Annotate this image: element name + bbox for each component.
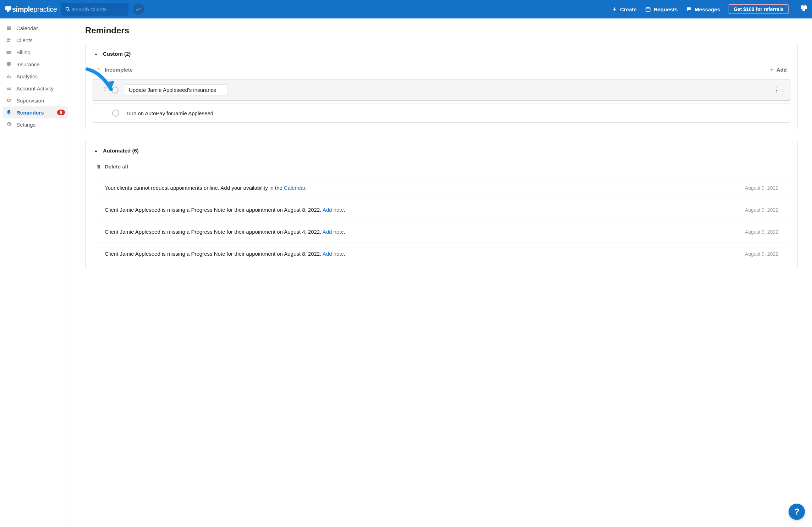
svg-rect-9: [7, 26, 11, 27]
automated-date: August 9, 2022: [745, 185, 778, 191]
automated-text: Client Jamie Appleseed is missing a Prog…: [105, 207, 736, 213]
analytics-button[interactable]: [133, 4, 144, 15]
butterfly-icon: [4, 5, 12, 13]
question-icon: ?: [794, 507, 800, 517]
create-button[interactable]: Create: [612, 6, 637, 12]
custom-panel: ▲ Custom (2) Incomplete Add: [85, 44, 798, 130]
trend-icon: [136, 6, 141, 12]
card-icon: [6, 49, 12, 55]
automated-text: Client Jamie Appleseed is missing a Prog…: [105, 229, 736, 235]
sidebar-label: Account Activity: [16, 85, 54, 91]
butterfly-menu[interactable]: [800, 5, 808, 14]
sidebar-badge: 8: [57, 110, 65, 115]
sidebar: Calendar Clients Billing Insurance Analy…: [0, 18, 71, 527]
calendar-link[interactable]: Calendar: [284, 185, 305, 191]
sidebar-label: Settings: [16, 122, 35, 128]
messages-label: Messages: [695, 6, 720, 12]
requests-label: Requests: [654, 6, 678, 12]
sidebar-item-clients[interactable]: Clients: [3, 34, 68, 46]
sidebar-item-insurance[interactable]: Insurance: [3, 58, 68, 70]
sidebar-label: Insurance: [16, 61, 40, 67]
calendar-icon: [6, 25, 12, 31]
gear-icon: [6, 121, 12, 128]
shield-icon: [6, 61, 12, 67]
delete-all-label: Delete all: [105, 163, 128, 170]
help-button[interactable]: ?: [789, 504, 805, 520]
filter-icon: [96, 67, 101, 72]
logo-text: simplepractice: [12, 5, 57, 13]
add-label: Add: [777, 67, 787, 73]
sidebar-label: Supervision: [16, 98, 44, 104]
chat-icon: [686, 6, 692, 12]
main-content: Reminders ▲ Custom (2) Incomplete Add: [71, 18, 812, 527]
custom-panel-header[interactable]: ▲ Custom (2): [86, 44, 797, 63]
svg-point-11: [9, 39, 11, 40]
requests-button[interactable]: Requests: [645, 6, 678, 12]
automated-date: August 9, 2022: [745, 229, 778, 235]
sidebar-label: Reminders: [16, 110, 44, 116]
messages-button[interactable]: Messages: [686, 6, 720, 12]
add-note-link[interactable]: Add note: [323, 229, 344, 235]
svg-line-1: [68, 10, 70, 11]
calendar-icon: [645, 6, 651, 12]
reminder-text: Turn on AutoPay forJamie Appleseed: [126, 110, 213, 116]
sidebar-item-supervision[interactable]: Supervision: [3, 94, 68, 106]
top-header: simplepractice Create Requests Messages …: [0, 0, 812, 18]
sidebar-item-settings[interactable]: Settings: [3, 118, 68, 131]
automated-row: Your clients cannot request appointments…: [94, 177, 789, 199]
sidebar-item-account-activity[interactable]: Account Activity: [3, 82, 68, 94]
complete-checkbox[interactable]: [111, 87, 119, 94]
automated-heading: Automated (6): [103, 148, 139, 154]
list-icon: [6, 85, 12, 91]
add-note-link[interactable]: Add note: [323, 251, 344, 257]
automated-row: Client Jamie Appleseed is missing a Prog…: [94, 243, 789, 265]
reminder-row-editing: ⠿ ⋮: [92, 79, 791, 101]
automated-date: August 9, 2022: [745, 251, 778, 257]
chart-icon: [6, 73, 12, 79]
custom-heading: Custom (2): [103, 51, 131, 57]
bell-icon: [6, 109, 12, 116]
automated-panel: ▲ Automated (6) Delete all Your clients …: [85, 141, 798, 269]
automated-row: Client Jamie Appleseed is missing a Prog…: [94, 199, 789, 221]
complete-checkbox[interactable]: [112, 110, 119, 117]
plus-icon: [769, 67, 774, 72]
butterfly-icon: [800, 5, 808, 12]
automated-list: Your clients cannot request appointments…: [90, 177, 793, 265]
svg-rect-13: [6, 52, 11, 52]
svg-rect-4: [646, 7, 650, 11]
filter-incomplete[interactable]: Incomplete: [96, 67, 133, 73]
sidebar-label: Billing: [16, 49, 31, 55]
svg-rect-15: [9, 75, 10, 78]
add-reminder-button[interactable]: Add: [769, 67, 787, 73]
drag-handle-icon[interactable]: ⠿: [103, 88, 108, 92]
automated-panel-header[interactable]: ▲ Automated (6): [86, 141, 797, 160]
search-box[interactable]: [61, 3, 128, 16]
svg-point-0: [66, 7, 69, 10]
plus-icon: [612, 7, 617, 12]
logo[interactable]: simplepractice: [4, 5, 57, 13]
sidebar-item-analytics[interactable]: Analytics: [3, 70, 68, 82]
caret-up-icon: ▲: [94, 149, 98, 153]
automated-row: Client Jamie Appleseed is missing a Prog…: [94, 221, 789, 243]
svg-rect-14: [7, 76, 8, 78]
search-icon: [65, 6, 70, 12]
sidebar-label: Calendar: [16, 25, 38, 31]
add-note-link[interactable]: Add note: [323, 207, 344, 213]
sidebar-item-billing[interactable]: Billing: [3, 46, 68, 58]
reminder-text-input[interactable]: [125, 84, 228, 95]
more-menu-icon[interactable]: ⋮: [773, 86, 780, 94]
referral-button[interactable]: Get $100 for referrals: [729, 4, 789, 14]
automated-text: Client Jamie Appleseed is missing a Prog…: [105, 251, 736, 257]
page-title: Reminders: [85, 26, 798, 35]
sidebar-item-reminders[interactable]: Reminders 8: [3, 106, 68, 118]
caret-up-icon: ▲: [94, 52, 98, 56]
people-icon: [6, 37, 12, 43]
svg-point-10: [7, 38, 9, 40]
reminder-row[interactable]: Turn on AutoPay forJamie Appleseed: [92, 104, 791, 123]
sidebar-label: Analytics: [16, 73, 38, 79]
automated-date: August 9, 2022: [745, 207, 778, 213]
search-input[interactable]: [72, 6, 124, 12]
sidebar-item-calendar[interactable]: Calendar: [3, 22, 68, 34]
sidebar-label: Clients: [16, 37, 33, 43]
delete-all-button[interactable]: Delete all: [86, 160, 797, 177]
